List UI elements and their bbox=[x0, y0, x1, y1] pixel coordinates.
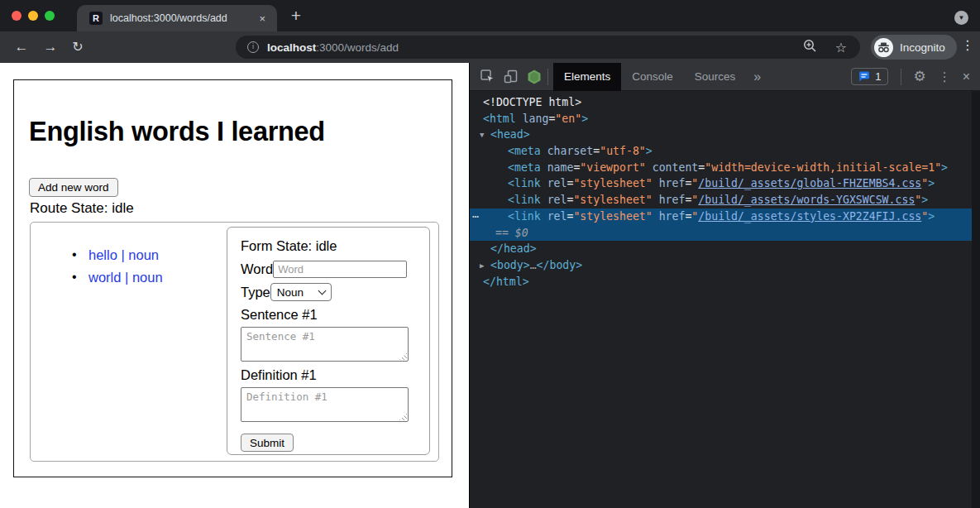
dom-tree-node[interactable]: <link rel="stylesheet" href="/build/_ass… bbox=[470, 175, 972, 192]
url-host: localhost bbox=[267, 41, 316, 54]
word-link-hello[interactable]: hello | noun bbox=[88, 247, 159, 262]
browser-tab[interactable]: R localhost:3000/words/add × bbox=[77, 5, 277, 31]
list-item: hello | noun bbox=[72, 247, 163, 263]
extension-hexagon-icon[interactable] bbox=[526, 69, 543, 85]
browser-menu-icon[interactable]: ⋮ bbox=[959, 37, 976, 53]
add-new-word-button[interactable]: Add new word bbox=[29, 178, 118, 197]
traffic-lights bbox=[12, 11, 55, 21]
maximize-window-button[interactable] bbox=[45, 11, 55, 21]
definition-label: Definition #1 bbox=[241, 367, 416, 383]
window-chevron-icon[interactable]: ▼ bbox=[954, 11, 968, 25]
form-state-text: Form State: idle bbox=[241, 238, 416, 254]
forward-button[interactable]: → bbox=[41, 37, 60, 57]
dom-tree-node[interactable]: ▶<body>…</body> bbox=[470, 257, 972, 274]
definition-textarea[interactable] bbox=[241, 387, 409, 422]
remix-favicon-icon: R bbox=[89, 12, 103, 25]
tab-close-icon[interactable]: × bbox=[257, 12, 267, 25]
reload-button[interactable]: ↻ bbox=[68, 37, 88, 57]
device-toolbar-icon[interactable] bbox=[503, 69, 519, 84]
minimize-window-button[interactable] bbox=[28, 11, 38, 21]
dom-tree-node[interactable]: </head> bbox=[470, 241, 972, 257]
dom-tree-node[interactable]: ▼<head> bbox=[470, 127, 972, 143]
dom-tree-node[interactable]: …<link rel="stylesheet" href="/build/_as… bbox=[470, 208, 972, 225]
page-container: English words I learned Add new word Rou… bbox=[13, 79, 452, 477]
devtools-close-icon[interactable]: × bbox=[963, 69, 970, 84]
expand-arrow-open-icon[interactable]: ▼ bbox=[480, 127, 484, 144]
devtools-panel: Elements Console Sources » 1 ⚙ ⋮ × <!DOC… bbox=[469, 63, 980, 508]
type-select[interactable]: Noun bbox=[270, 283, 332, 301]
tab-sources[interactable]: Sources bbox=[684, 63, 747, 91]
dom-tree-node[interactable]: <link rel="stylesheet" href="/build/_ass… bbox=[470, 192, 972, 208]
issues-badge[interactable]: 1 bbox=[851, 68, 888, 85]
tab-strip: R localhost:3000/words/add × + ▼ bbox=[0, 0, 980, 31]
incognito-label: Incognito bbox=[900, 41, 945, 54]
words-panel: hello | noun world | noun Form State: id… bbox=[30, 222, 439, 462]
word-input[interactable] bbox=[273, 261, 407, 278]
devtools-toolbar: Elements Console Sources » 1 ⚙ ⋮ × bbox=[470, 63, 980, 91]
incognito-badge: Incognito bbox=[871, 35, 957, 60]
more-tabs-icon[interactable]: » bbox=[746, 69, 768, 84]
dom-tree-node[interactable]: <html lang="en"> bbox=[470, 111, 972, 127]
page-info-icon[interactable]: i bbox=[247, 41, 259, 53]
list-item: world | noun bbox=[72, 270, 163, 285]
word-link-world[interactable]: world | noun bbox=[88, 270, 163, 285]
dom-tree-node[interactable]: == $0 bbox=[470, 225, 972, 242]
word-list: hello | noun world | noun bbox=[72, 247, 163, 292]
route-state-text: Route State: idle bbox=[30, 200, 134, 217]
tab-title: localhost:3000/words/add bbox=[110, 12, 257, 24]
dom-tree-node[interactable]: <meta charset="utf-8"> bbox=[470, 143, 972, 160]
back-button[interactable]: ← bbox=[12, 37, 31, 57]
type-label: Type bbox=[241, 285, 270, 300]
word-label: Word bbox=[241, 261, 273, 277]
bookmark-star-icon[interactable]: ☆ bbox=[835, 40, 847, 55]
web-page: English words I learned Add new word Rou… bbox=[0, 63, 469, 508]
url-text[interactable]: localhost:3000/words/add bbox=[267, 41, 399, 54]
url-bar[interactable]: i localhost:3000/words/add ☆ bbox=[236, 36, 860, 59]
content-area: English words I learned Add new word Rou… bbox=[0, 63, 980, 508]
url-path: :3000/words/add bbox=[316, 41, 399, 54]
node-more-actions-icon[interactable]: … bbox=[472, 206, 479, 223]
type-select-value: Noun bbox=[277, 286, 304, 299]
chevron-down-icon bbox=[318, 286, 326, 295]
tab-console[interactable]: Console bbox=[621, 63, 684, 91]
devtools-scrollbar[interactable] bbox=[972, 91, 980, 508]
dom-tree-node[interactable]: <!DOCTYPE html> bbox=[470, 94, 972, 111]
devtools-menu-icon[interactable]: ⋮ bbox=[939, 69, 951, 84]
incognito-icon bbox=[874, 38, 893, 57]
page-title: English words I learned bbox=[29, 117, 325, 147]
new-tab-button[interactable]: + bbox=[285, 5, 307, 26]
close-window-button[interactable] bbox=[12, 11, 22, 21]
submit-button[interactable]: Submit bbox=[241, 434, 294, 452]
zoom-icon[interactable] bbox=[803, 39, 817, 56]
issues-count: 1 bbox=[875, 70, 881, 83]
inspect-element-icon[interactable] bbox=[480, 69, 495, 84]
sentence-textarea[interactable] bbox=[241, 327, 409, 362]
expand-arrow-closed-icon[interactable]: ▶ bbox=[480, 258, 484, 275]
issues-icon bbox=[858, 71, 870, 82]
sentence-label: Sentence #1 bbox=[241, 307, 416, 323]
gear-icon[interactable]: ⚙ bbox=[913, 68, 925, 85]
tab-elements[interactable]: Elements bbox=[553, 63, 621, 91]
dom-tree: <!DOCTYPE html><html lang="en">▼<head><m… bbox=[470, 91, 972, 508]
add-word-form: Form State: idle Word Type Noun bbox=[227, 227, 430, 455]
dom-tree-node[interactable]: <meta name="viewport" content="width=dev… bbox=[470, 160, 972, 176]
dom-tree-node[interactable]: </html> bbox=[470, 274, 972, 290]
